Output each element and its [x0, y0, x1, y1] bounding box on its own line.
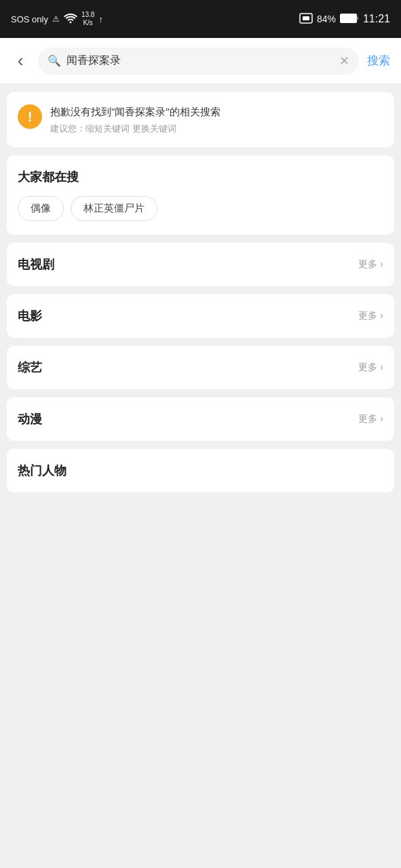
anime-section-card: 动漫 更多 › [7, 397, 394, 441]
upload-icon: ↑ [98, 14, 103, 24]
anime-section-row: 动漫 更多 › [18, 411, 383, 427]
bottom-space [0, 500, 401, 636]
tag-zombie[interactable]: 林正英僵尸片 [71, 196, 157, 221]
sos-text: SOS only [11, 14, 48, 24]
error-text-wrap: 抱歉没有找到"闻香探案录"的相关搜索 建议您：缩短关键词 更换关键词 [50, 104, 221, 135]
battery-percent: 84% [317, 14, 336, 24]
sim-icon [299, 13, 313, 26]
battery-icon [340, 14, 359, 25]
search-bar: ‹ 🔍 ✕ 搜索 [0, 38, 401, 84]
error-subtitle: 建议您：缩短关键词 更换关键词 [50, 123, 221, 135]
tags-container: 偶像 林正英僵尸片 [18, 196, 383, 221]
tv-more-button[interactable]: 更多 › [358, 258, 383, 271]
variety-more-button[interactable]: 更多 › [358, 361, 383, 374]
movie-section-title: 电影 [18, 308, 42, 324]
status-right: 84% 11:21 [299, 13, 390, 26]
movie-more-button[interactable]: 更多 › [358, 310, 383, 322]
tv-section-title: 电视剧 [18, 256, 54, 273]
svg-rect-3 [341, 15, 354, 22]
popular-search-card: 大家都在搜 偶像 林正英僵尸片 [7, 155, 394, 235]
time-text: 11:21 [363, 13, 390, 25]
error-notice: ! 抱歉没有找到"闻香探案录"的相关搜索 建议您：缩短关键词 更换关键词 [7, 92, 394, 147]
warning-icon: ! [18, 104, 42, 129]
clear-button[interactable]: ✕ [339, 54, 349, 68]
back-icon: ‹ [18, 50, 24, 71]
search-input-wrap: 🔍 ✕ [38, 47, 359, 75]
hotpeople-section-row: 热门人物 [18, 462, 383, 479]
status-left: SOS only ⚠ 13.8 K/s ↑ [11, 11, 103, 27]
anime-more-button[interactable]: 更多 › [358, 413, 383, 425]
error-title: 抱歉没有找到"闻香探案录"的相关搜索 [50, 104, 221, 120]
anime-section-title: 动漫 [18, 411, 42, 427]
wifi-icon [64, 14, 77, 25]
movie-section-card: 电影 更多 › [7, 294, 394, 338]
search-input[interactable] [66, 55, 334, 67]
svg-rect-1 [303, 16, 309, 20]
tv-section-card: 电视剧 更多 › [7, 243, 394, 286]
search-icon: 🔍 [47, 54, 61, 67]
status-bar: SOS only ⚠ 13.8 K/s ↑ 84% 11:21 [0, 0, 401, 38]
variety-section-card: 综艺 更多 › [7, 346, 394, 389]
popular-search-title: 大家都在搜 [18, 169, 383, 185]
hotpeople-section-card: 热门人物 [7, 449, 394, 492]
tv-section-row: 电视剧 更多 › [18, 256, 383, 273]
speed-text: 13.8 K/s [81, 11, 94, 27]
hotpeople-section-title: 热门人物 [18, 462, 66, 479]
tag-idol[interactable]: 偶像 [18, 196, 64, 221]
signal-icon: ⚠ [52, 14, 60, 24]
variety-section-title: 综艺 [18, 359, 42, 376]
search-submit-button[interactable]: 搜索 [364, 53, 393, 68]
variety-section-row: 综艺 更多 › [18, 359, 383, 376]
back-button[interactable]: ‹ [8, 49, 33, 73]
movie-section-row: 电影 更多 › [18, 308, 383, 324]
